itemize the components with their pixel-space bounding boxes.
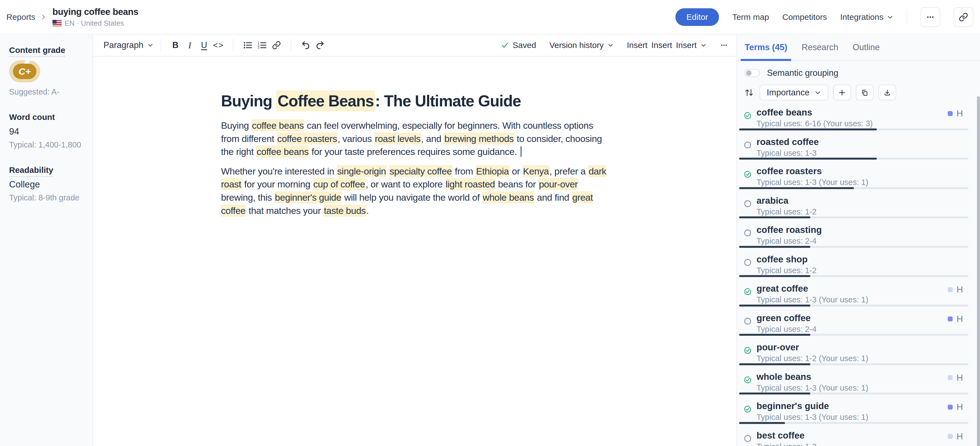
term-importance-bar (739, 363, 969, 365)
panel-scrollbar-thumb[interactable] (977, 97, 980, 446)
redo-button[interactable] (313, 38, 327, 53)
term-map-button[interactable]: Term map (732, 13, 769, 22)
highlighted-term: whole beans (482, 191, 535, 203)
report-title-block: buying coffee beans EN · United States (52, 6, 138, 27)
insert-menu[interactable]: InsertInsertInsert (627, 41, 706, 50)
stats-sidebar: Content grade C+ Suggested: A- Word coun… (0, 35, 93, 446)
heading-square-icon (948, 316, 953, 321)
term-name: coffee shop (757, 254, 808, 265)
copy-terms-button[interactable] (856, 85, 873, 100)
term-unused-circle-icon[interactable] (744, 200, 752, 208)
share-link-button[interactable] (953, 7, 974, 27)
content-grade-badge: C+ (9, 60, 40, 83)
insert-link-button[interactable] (269, 38, 284, 53)
chevron-down-icon (608, 42, 614, 48)
term-row[interactable]: best coffeeTypical uses: 1-3H (737, 427, 980, 446)
bullet-list-button[interactable] (240, 38, 255, 53)
document-paragraph[interactable]: Buying coffee beans can feel overwhelmin… (221, 119, 608, 159)
heading-square-icon (948, 375, 953, 380)
term-row[interactable]: great coffeeTypical uses: 1-3 (Your uses… (737, 280, 980, 309)
terms-controls-row: Importance (745, 85, 972, 100)
heading-square-icon (948, 287, 953, 292)
term-name: pour-over (757, 342, 799, 352)
term-row[interactable]: whole beansTypical uses: 1-3 (Your uses:… (737, 368, 980, 397)
term-used-check-icon[interactable] (744, 112, 752, 119)
link-icon (959, 13, 968, 22)
term-importance-bar (739, 158, 969, 160)
term-used-check-icon[interactable] (744, 288, 752, 295)
plain-text: will help you navigate the world of (342, 192, 482, 203)
report-title: buying coffee beans (52, 6, 138, 17)
readability-section: Readability College Typical: 8-9th grade (9, 165, 87, 202)
plain-text: for your morning (242, 179, 313, 189)
term-row[interactable]: coffee roastersTypical uses: 1-3 (Your u… (737, 162, 980, 192)
highlighted-term: specialty coffee (389, 165, 452, 177)
editor-tab-button[interactable]: Editor (675, 8, 719, 26)
numbered-list-button[interactable]: 123 (255, 38, 269, 53)
version-history-menu[interactable]: Version history (549, 41, 614, 50)
term-typical-uses: Typical uses: 1-3 (757, 149, 817, 158)
insert-label: Insert (676, 41, 697, 50)
tab-outline[interactable]: Outline (853, 35, 880, 60)
document-paragraph[interactable]: Whether you're interested in single-orig… (221, 165, 608, 217)
term-unused-circle-icon[interactable] (744, 229, 752, 237)
plus-icon (838, 89, 846, 97)
document-editor[interactable]: Buying Coffee Beans: The Ultimate Guide … (93, 57, 737, 446)
more-options-button[interactable] (920, 7, 940, 27)
term-name: beginner's guide (757, 401, 829, 411)
highlighted-term: pour-over (538, 178, 578, 190)
competitors-button[interactable]: Competitors (783, 13, 827, 22)
save-status: Saved (501, 41, 536, 50)
readability-label[interactable]: Readability (9, 165, 53, 177)
term-used-check-icon[interactable] (744, 346, 752, 354)
term-name: coffee roasting (757, 225, 822, 235)
term-row[interactable]: coffee shopTypical uses: 1-2 (737, 251, 980, 280)
term-row[interactable]: arabicaTypical uses: 1-2 (737, 192, 980, 221)
term-importance-fill (739, 363, 810, 365)
plain-text: beans for (496, 179, 538, 189)
term-used-check-icon[interactable] (744, 405, 752, 413)
tab-research[interactable]: Research (802, 35, 838, 60)
integrations-menu-button[interactable]: Integrations (840, 13, 893, 22)
term-typical-uses: Typical uses: 1-3 (Your uses: 1) (757, 178, 868, 187)
term-unused-circle-icon[interactable] (744, 317, 752, 325)
term-importance-fill (739, 305, 810, 306)
report-meta: EN · United States (52, 19, 138, 27)
sort-direction-button[interactable] (745, 88, 754, 98)
term-used-check-icon[interactable] (744, 170, 752, 178)
semantic-grouping-toggle[interactable] (745, 69, 760, 77)
content-grade-label[interactable]: Content grade (9, 46, 65, 57)
term-typical-uses: Typical uses: 1-3 (757, 442, 817, 446)
underline-button[interactable]: U (197, 38, 212, 53)
terms-list: coffee beansTypical uses: 6-16 (Your use… (737, 104, 980, 446)
heading-marker: H (956, 284, 963, 295)
term-row[interactable]: roasted coffeeTypical uses: 1-3 (737, 133, 980, 163)
term-row[interactable]: pour-overTypical uses: 1-2 (Your uses: 1… (737, 338, 980, 368)
undo-icon (301, 41, 310, 50)
term-row[interactable]: green coffeeTypical uses: 2-4H (737, 309, 980, 339)
term-unused-circle-icon[interactable] (744, 141, 752, 149)
term-importance-bar (739, 129, 969, 130)
italic-button[interactable]: I (183, 38, 197, 53)
term-name: arabica (757, 195, 789, 206)
export-terms-button[interactable] (878, 85, 896, 100)
bold-button[interactable]: B (168, 38, 183, 53)
term-row[interactable]: beginner's guideTypical uses: 1-3 (Your … (737, 397, 980, 427)
term-used-check-icon[interactable] (744, 376, 752, 384)
word-count-label: Word count (9, 113, 55, 122)
heading-marker: H (956, 314, 963, 324)
tab-terms[interactable]: Terms (45) (745, 35, 788, 60)
code-button[interactable]: <> (212, 38, 226, 53)
term-row[interactable]: coffee roastingTypical uses: 2-4 (737, 221, 980, 251)
paragraph-style-select[interactable]: Paragraph (103, 40, 153, 50)
term-name: coffee beans (757, 107, 812, 118)
toolbar-more-button[interactable] (720, 41, 728, 49)
term-unused-circle-icon[interactable] (744, 259, 752, 266)
term-unused-circle-icon[interactable] (744, 435, 752, 443)
undo-button[interactable] (299, 38, 313, 53)
sort-by-select[interactable]: Importance (760, 85, 828, 100)
document-title[interactable]: Buying Coffee Beans: The Ultimate Guide (221, 91, 608, 111)
add-term-button[interactable] (833, 85, 851, 100)
term-row[interactable]: coffee beansTypical uses: 6-16 (Your use… (737, 104, 980, 133)
breadcrumb-reports-link[interactable]: Reports (6, 13, 35, 22)
